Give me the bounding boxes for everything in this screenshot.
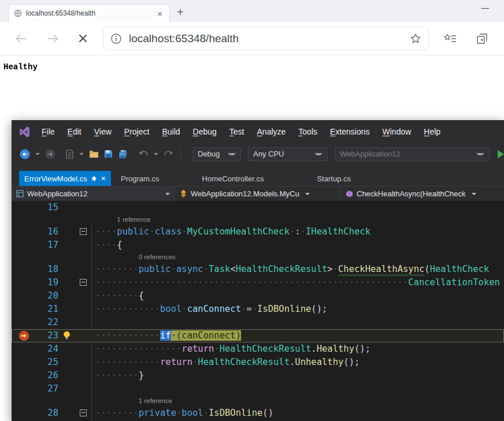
favorites-hub-icon[interactable] xyxy=(444,33,457,46)
collections-icon[interactable] xyxy=(476,33,488,47)
favorite-star-icon[interactable] xyxy=(410,33,421,44)
editor-tab-errorviewmodel.cs[interactable]: ErrorViewModel.cs× xyxy=(19,171,111,186)
undo-icon[interactable] xyxy=(138,150,149,158)
menu-project[interactable]: Project xyxy=(118,127,156,136)
platform-dropdown[interactable]: Any CPU xyxy=(248,147,328,161)
reference-count-link[interactable]: 0 references xyxy=(12,252,176,263)
save-all-icon[interactable] xyxy=(118,150,128,159)
menu-build[interactable]: Build xyxy=(155,127,186,136)
token: HealthCheck xyxy=(430,264,490,274)
menu-analyze[interactable]: Analyze xyxy=(251,127,292,136)
menu-window[interactable]: Window xyxy=(376,127,418,136)
token: (); xyxy=(311,304,327,314)
menu-help[interactable]: Help xyxy=(417,127,447,136)
token: ( xyxy=(424,264,429,274)
toolbar-separator xyxy=(180,148,181,160)
browser-tab[interactable]: localhost:65348/health × xyxy=(8,4,170,22)
breakpoint-margin[interactable] xyxy=(12,239,32,252)
code-text: ················return·HealthCheckResult… xyxy=(95,342,504,356)
stop-icon[interactable] xyxy=(77,33,88,46)
breakpoint-margin[interactable] xyxy=(12,316,32,329)
navigate-back-icon[interactable] xyxy=(20,149,30,159)
new-item-dropdown-icon[interactable] xyxy=(79,153,84,155)
collapse-icon[interactable] xyxy=(80,409,87,416)
breakpoint-margin[interactable] xyxy=(12,289,32,303)
editor-tab-program.cs[interactable]: Program.cs xyxy=(116,171,164,186)
code-text: ············if·(canConnect) xyxy=(95,329,504,342)
navigate-forward-icon[interactable] xyxy=(45,149,55,159)
token: ········································… xyxy=(95,277,408,288)
token: (canConnect) xyxy=(176,330,241,341)
forward-icon[interactable] xyxy=(46,32,60,47)
project-dropdown[interactable]: WebApplication12 xyxy=(12,187,175,201)
undo-dropdown-icon[interactable] xyxy=(154,153,158,155)
menu-file[interactable]: File xyxy=(35,127,61,136)
project-icon xyxy=(16,190,24,198)
editor-tab-startup.cs[interactable]: Startup.cs xyxy=(312,171,356,186)
breakpoint-margin[interactable] xyxy=(12,356,32,369)
token: return xyxy=(160,357,192,367)
reference-count-link[interactable]: 1 reference xyxy=(12,396,172,407)
token: IHealthCheck xyxy=(306,226,370,237)
fold-margin xyxy=(74,201,89,214)
fold-margin xyxy=(74,263,89,276)
line-number: 23 xyxy=(32,329,61,342)
editor-tab-homecontroller.cs[interactable]: HomeController.cs xyxy=(197,171,269,186)
navigate-back-dropdown-icon[interactable] xyxy=(35,153,40,155)
tab-close-icon[interactable]: × xyxy=(155,9,164,18)
address-bar[interactable]: localhost:65348/health xyxy=(103,27,429,50)
start-debugging-icon[interactable] xyxy=(498,150,504,158)
code-line-25: 25············return·HealthCheckResult.U… xyxy=(12,356,504,369)
breakpoint-margin[interactable] xyxy=(12,263,32,276)
collapse-icon[interactable] xyxy=(80,228,87,235)
reference-count-link[interactable]: 1 reference xyxy=(12,214,151,225)
token: : xyxy=(295,226,300,237)
breakpoint-margin[interactable] xyxy=(12,303,32,316)
tab-label: HomeController.cs xyxy=(202,174,264,183)
save-icon[interactable] xyxy=(104,150,113,158)
menu-tools[interactable]: Tools xyxy=(292,127,324,136)
breakpoint-margin[interactable] xyxy=(12,382,32,396)
close-icon[interactable]: × xyxy=(101,174,106,182)
breakpoint-margin[interactable] xyxy=(12,342,32,356)
code-editor[interactable]: 151 reference16····public·class·MyCustom… xyxy=(12,201,504,421)
breakpoint-margin[interactable] xyxy=(12,225,32,239)
site-info-icon[interactable] xyxy=(110,33,122,44)
open-folder-icon[interactable] xyxy=(89,150,99,158)
menu-edit[interactable]: Edit xyxy=(61,127,88,136)
breakpoint-margin[interactable] xyxy=(12,201,32,214)
code-text: ············bool·canConnect·=·IsDBOnline… xyxy=(95,303,504,316)
fold-margin xyxy=(74,369,89,382)
breakpoint-margin[interactable] xyxy=(12,407,32,420)
chevron-down-icon xyxy=(165,193,170,195)
menu-view[interactable]: View xyxy=(88,127,118,136)
new-item-icon[interactable] xyxy=(65,150,74,159)
menu-extensions[interactable]: Extensions xyxy=(324,127,376,136)
type-dropdown[interactable]: WebApplication12.Models.MyCu xyxy=(175,187,341,201)
back-icon[interactable] xyxy=(14,32,28,47)
window-minimize-button[interactable]: — xyxy=(481,3,489,12)
startup-project-dropdown[interactable]: WebApplication12 xyxy=(335,147,490,161)
collapse-icon[interactable] xyxy=(80,279,87,286)
menu-debug[interactable]: Debug xyxy=(187,127,223,136)
breakpoint-margin[interactable] xyxy=(12,329,32,342)
vs-toolbar: Debug Any CPU WebApplication12 xyxy=(12,143,504,165)
breakpoint-margin[interactable] xyxy=(12,276,32,289)
redo-icon[interactable] xyxy=(164,150,174,158)
code-text: ········public·async·Task<HealthCheckRes… xyxy=(95,263,504,276)
token: . xyxy=(290,357,295,367)
breakpoint-margin[interactable] xyxy=(12,369,32,382)
new-tab-button[interactable]: + xyxy=(177,6,184,18)
chevron-down-icon xyxy=(476,153,484,155)
token: public xyxy=(117,226,149,237)
codelens-row: 1 reference xyxy=(12,396,504,407)
menu-test[interactable]: Test xyxy=(223,127,251,136)
pin-icon[interactable] xyxy=(91,175,97,182)
token: · xyxy=(192,357,198,367)
code-line-15: 15 xyxy=(12,201,504,214)
browser-address-bar-row: localhost:65348/health xyxy=(0,22,504,55)
configuration-dropdown[interactable]: Debug xyxy=(192,147,241,161)
code-line-24: 24················return·HealthCheckResu… xyxy=(12,342,504,356)
url-text[interactable]: localhost:65348/health xyxy=(129,32,410,45)
member-dropdown[interactable]: CheckHealthAsync(HealthCheck xyxy=(341,187,504,201)
